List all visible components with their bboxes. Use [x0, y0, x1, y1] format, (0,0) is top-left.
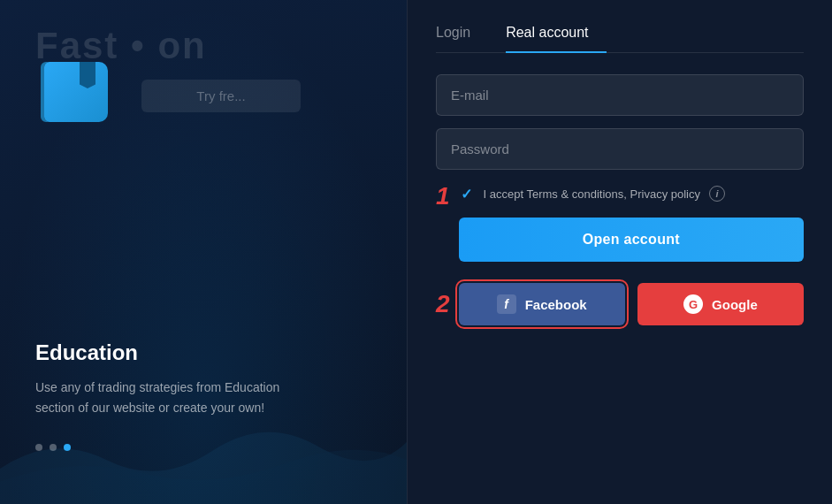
- email-group: [436, 74, 804, 116]
- facebook-icon: f: [497, 294, 516, 314]
- open-account-button[interactable]: Open account: [459, 218, 804, 262]
- email-input[interactable]: [436, 74, 804, 116]
- left-content: Education Use any of trading strategies …: [35, 340, 301, 451]
- book-icon: [44, 62, 115, 128]
- tab-real-account[interactable]: Real account: [506, 25, 606, 53]
- terms-label: I accept Terms & conditions, Privacy pol…: [484, 187, 700, 201]
- step-1-label: 1: [436, 182, 450, 210]
- right-panel: Login Real account 1 ✓ I accept Terms & …: [408, 0, 832, 504]
- google-label: Google: [712, 297, 758, 312]
- education-description: Use any of trading strategies from Educa…: [35, 378, 301, 417]
- password-input[interactable]: [436, 128, 804, 170]
- education-title: Education: [35, 340, 301, 365]
- step1-section: 1 ✓ I accept Terms & conditions, Privacy…: [436, 182, 804, 283]
- terms-checkbox-row: ✓ I accept Terms & conditions, Privacy p…: [459, 186, 804, 202]
- facebook-button[interactable]: f Facebook: [459, 283, 625, 325]
- left-panel: Fast • on Try fre... Education Use any o…: [0, 0, 407, 504]
- social-buttons-row: f Facebook G Google: [459, 283, 804, 325]
- carousel-dots: [35, 444, 301, 451]
- google-icon: G: [683, 294, 703, 314]
- facebook-label: Facebook: [525, 297, 587, 312]
- checkbox-icon[interactable]: ✓: [459, 186, 475, 202]
- tab-bar: Login Real account: [436, 25, 804, 53]
- step-2-label: 2: [436, 290, 450, 318]
- checkmark: ✓: [461, 186, 472, 202]
- password-group: [436, 128, 804, 170]
- dot-3[interactable]: [64, 444, 71, 451]
- dot-1[interactable]: [35, 444, 42, 451]
- step2-section: 2 f Facebook G Google: [436, 283, 804, 325]
- try-free-button[interactable]: Try fre...: [141, 80, 301, 112]
- tab-login[interactable]: Login: [436, 25, 488, 53]
- google-button[interactable]: G Google: [637, 283, 804, 325]
- info-icon[interactable]: i: [709, 186, 725, 202]
- fast-text: Fast • on: [35, 25, 207, 67]
- dot-2[interactable]: [50, 444, 57, 451]
